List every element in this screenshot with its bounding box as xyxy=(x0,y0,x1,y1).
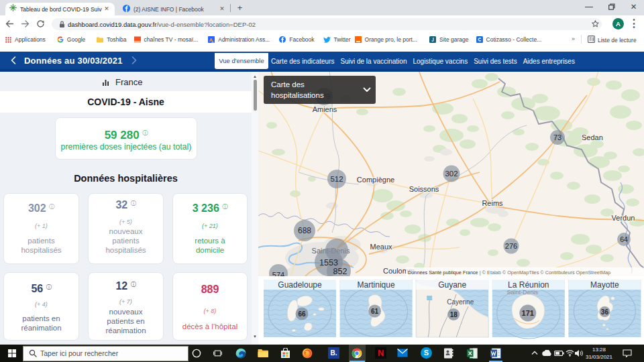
svg-text:574: 574 xyxy=(272,271,284,276)
svg-text:18: 18 xyxy=(450,311,458,318)
svg-text:Sedan: Sedan xyxy=(582,133,603,141)
svg-text:512: 512 xyxy=(330,175,343,183)
svg-text:688: 688 xyxy=(298,226,311,235)
svg-text:Mayotte: Mayotte xyxy=(590,280,619,290)
svg-text:276: 276 xyxy=(505,242,517,250)
svg-text:Meaux: Meaux xyxy=(370,243,392,251)
svg-text:36: 36 xyxy=(601,308,609,316)
svg-text:La Réunion: La Réunion xyxy=(508,280,549,290)
svg-text:1553: 1553 xyxy=(319,258,338,267)
svg-text:Reims: Reims xyxy=(482,199,503,207)
svg-text:171: 171 xyxy=(522,309,534,317)
svg-text:Saint-Denis: Saint-Denis xyxy=(507,289,539,296)
svg-text:Guadeloupe: Guadeloupe xyxy=(278,280,322,290)
svg-text:Guyane: Guyane xyxy=(438,280,466,290)
svg-text:Données Santé publique France: Données Santé publique France | © Etalab… xyxy=(408,269,610,276)
svg-text:Verdun: Verdun xyxy=(612,214,635,222)
svg-text:Compiègne: Compiègne xyxy=(357,176,394,184)
svg-text:73: 73 xyxy=(553,133,561,141)
svg-text:Amiens: Amiens xyxy=(313,105,337,113)
svg-text:64: 64 xyxy=(620,235,628,243)
svg-text:Martinique: Martinique xyxy=(358,280,395,290)
svg-text:302: 302 xyxy=(445,170,458,178)
svg-text:852: 852 xyxy=(333,267,347,276)
svg-text:61: 61 xyxy=(371,308,379,315)
svg-text:Soissons: Soissons xyxy=(409,185,439,193)
svg-text:66: 66 xyxy=(298,310,306,318)
svg-text:Cayenne: Cayenne xyxy=(447,298,474,306)
